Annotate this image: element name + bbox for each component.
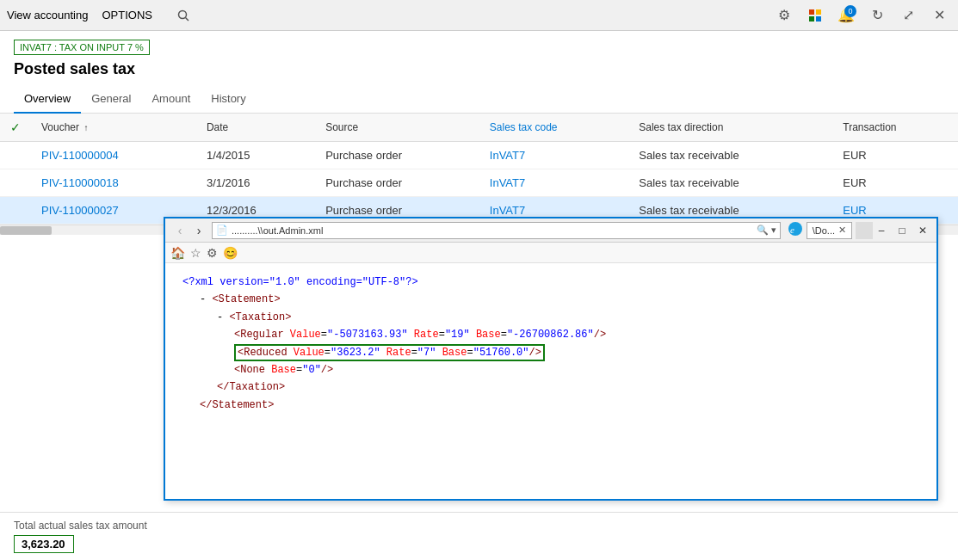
cell-source: Purchase order <box>315 169 479 197</box>
header-section: INVAT7 : TAX ON INPUT 7 % Posted sales t… <box>0 31 958 85</box>
close-icon[interactable]: ✕ <box>927 3 951 28</box>
tab-label: \Do... <box>813 225 835 236</box>
cell-tax-direction: Sales tax receivable <box>628 142 832 169</box>
cell-tax-code[interactable]: InVAT7 <box>479 169 628 197</box>
settings-icon[interactable]: ⚙ <box>207 246 218 260</box>
xml-taxation-close: </Taxation> <box>217 378 919 396</box>
back-button[interactable]: ‹ <box>170 221 189 240</box>
refresh-icon[interactable]: ↻ <box>865 3 889 28</box>
scrollbar-thumb[interactable] <box>0 226 52 235</box>
xml-content: <?xml version="1.0" encoding="UTF-8"?> -… <box>165 263 936 499</box>
office-icon[interactable] <box>803 3 827 28</box>
address-bar: 📄 🔍 ▾ <box>212 222 781 239</box>
window-controls: – □ ✕ <box>873 222 931 239</box>
browser-tab[interactable]: \Do... ✕ <box>807 222 852 239</box>
tab-close-icon[interactable]: ✕ <box>838 225 846 236</box>
settings-icon[interactable]: ⚙ <box>772 3 796 28</box>
notification-icon[interactable]: 🔔 0 <box>834 3 858 28</box>
tax-badge: INVAT7 : TAX ON INPUT 7 % <box>14 40 150 55</box>
tab-bar: Overview General Amount History <box>0 85 958 114</box>
cell-date: 1/4/2015 <box>196 142 315 169</box>
forward-button[interactable]: › <box>189 221 208 240</box>
xml-reduced-line: <Reduced Value="3623.2" Rate="7" Base="5… <box>234 344 919 361</box>
home-icon[interactable]: 🏠 <box>170 246 185 260</box>
view-accounting-link[interactable]: View accounting <box>7 9 88 22</box>
cell-check <box>0 142 31 169</box>
search-icon[interactable] <box>173 5 194 26</box>
maximize-button[interactable]: □ <box>893 222 911 239</box>
xml-statement-open: - <Statement> <box>200 291 919 308</box>
table-area: ✓ Voucher ↑ Date Source Sales tax code S… <box>0 114 958 512</box>
star-icon[interactable]: ☆ <box>190 246 201 260</box>
smiley-icon[interactable]: 😊 <box>223 246 238 260</box>
minimize-button[interactable]: – <box>873 222 890 239</box>
svg-text:e: e <box>790 225 794 235</box>
cell-transaction: EUR <box>832 169 958 197</box>
footer-value: 3,623.20 <box>14 535 74 553</box>
footer-label: Total actual sales tax amount <box>14 520 944 532</box>
xml-taxation-open: - <Taxation> <box>217 309 919 326</box>
top-bar-left: View accounting OPTIONS <box>7 5 194 26</box>
svg-rect-3 <box>816 9 821 15</box>
data-table: ✓ Voucher ↑ Date Source Sales tax code S… <box>0 114 958 225</box>
tab-overview[interactable]: Overview <box>14 85 81 114</box>
top-bar: View accounting OPTIONS ⚙ 🔔 0 ↻ ⤢ ✕ <box>0 0 958 31</box>
svg-rect-5 <box>816 16 821 22</box>
xml-window: ‹ › 📄 🔍 ▾ e \Do... ✕ <box>164 217 938 501</box>
cell-voucher[interactable]: PIV-110000004 <box>31 142 196 169</box>
xml-processing-instruction: <?xml version="1.0" encoding="UTF-8"?> <box>182 276 418 288</box>
address-input[interactable] <box>232 225 755 236</box>
main-area: INVAT7 : TAX ON INPUT 7 % Posted sales t… <box>0 31 958 560</box>
tab-amount[interactable]: Amount <box>141 85 201 114</box>
table-row[interactable]: PIV-110000018 3/1/2016 Purchase order In… <box>0 169 958 197</box>
tab-general[interactable]: General <box>81 85 141 114</box>
page-title: Posted sales tax <box>14 60 944 78</box>
cell-source: Purchase order <box>315 142 479 169</box>
col-tax-code[interactable]: Sales tax code <box>479 114 628 142</box>
xml-statement-close: </Statement> <box>200 397 919 414</box>
cell-transaction: EUR <box>832 142 958 169</box>
check-icon: ✓ <box>10 120 21 134</box>
col-date[interactable]: Date <box>196 114 315 142</box>
col-source[interactable]: Source <box>315 114 479 142</box>
cell-tax-direction: Sales tax receivable <box>628 169 832 197</box>
options-menu[interactable]: OPTIONS <box>102 9 152 22</box>
tab-thumbnail <box>856 222 873 239</box>
table-row[interactable]: PIV-110000004 1/4/2015 Purchase order In… <box>0 142 958 169</box>
tab-history[interactable]: History <box>201 85 256 114</box>
cell-voucher[interactable]: PIV-110000018 <box>31 169 196 197</box>
col-voucher[interactable]: Voucher ↑ <box>31 114 196 142</box>
cell-date: 3/1/2016 <box>196 169 315 197</box>
sort-icon: ↑ <box>83 123 88 132</box>
popout-icon[interactable]: ⤢ <box>896 3 920 28</box>
ie-icon: e <box>788 221 803 239</box>
col-check: ✓ <box>0 114 31 142</box>
xml-titlebar: ‹ › 📄 🔍 ▾ e \Do... ✕ <box>165 218 936 243</box>
svg-point-0 <box>178 10 186 18</box>
xml-toolbar: 🏠 ☆ ⚙ 😊 <box>165 243 936 263</box>
footer: Total actual sales tax amount 3,623.20 <box>0 512 958 560</box>
cell-check <box>0 197 31 225</box>
page-icon: 📄 <box>216 225 228 236</box>
col-tax-direction[interactable]: Sales tax direction <box>628 114 832 142</box>
search-go-icon[interactable]: 🔍 ▾ <box>757 225 776 236</box>
svg-rect-4 <box>809 16 814 22</box>
xml-regular-line: <Regular Value="-5073163.93" Rate="19" B… <box>234 326 919 343</box>
notification-badge: 0 <box>844 5 856 17</box>
top-bar-right: ⚙ 🔔 0 ↻ ⤢ ✕ <box>772 3 951 28</box>
table-header-row: ✓ Voucher ↑ Date Source Sales tax code S… <box>0 114 958 142</box>
xml-none-line: <None Base="0"/> <box>234 361 919 378</box>
svg-rect-2 <box>809 9 814 15</box>
close-button[interactable]: ✕ <box>914 222 931 239</box>
cell-tax-code[interactable]: InVAT7 <box>479 142 628 169</box>
svg-line-1 <box>185 17 189 21</box>
cell-check <box>0 169 31 197</box>
col-transaction[interactable]: Transaction <box>832 114 958 142</box>
